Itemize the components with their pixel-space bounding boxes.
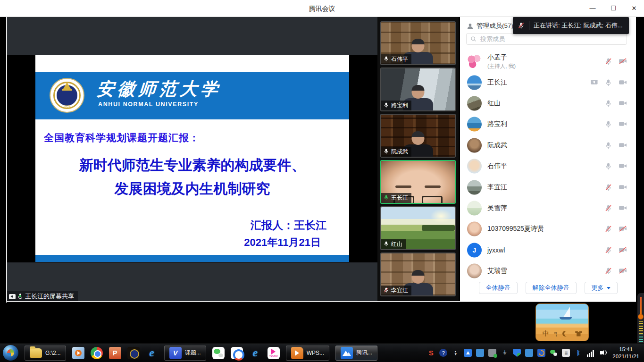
camera-icon[interactable] — [619, 162, 627, 170]
mic-icon[interactable] — [604, 100, 612, 107]
mic-icon[interactable] — [604, 79, 612, 86]
member-name-block: 小孟子(主持人, 我) — [487, 53, 516, 70]
taskbar-button-wpsblue[interactable]: V课题... — [164, 345, 206, 361]
ime-tools-icon[interactable]: °¦ — [554, 331, 556, 337]
mic-icon[interactable] — [604, 142, 612, 149]
camera-icon[interactable] — [619, 184, 627, 191]
video-tile[interactable]: 阮成武 — [380, 114, 456, 158]
ime-mode-label[interactable]: 中 — [543, 329, 549, 338]
camera-icon[interactable] — [619, 100, 627, 107]
mic-muted-icon[interactable] — [604, 184, 612, 191]
member-row[interactable]: 红山 — [460, 93, 636, 114]
video-thumbnail-column: 石伟平路宝利阮成武王长江红山李宜江 — [377, 17, 459, 301]
screen-share-icon[interactable] — [590, 79, 598, 86]
skin-icon[interactable] — [575, 331, 582, 337]
bluetooth-tray-icon[interactable]: ᛒ — [574, 349, 582, 357]
member-search-box[interactable] — [466, 33, 627, 45]
taskbar-button-meeting[interactable]: 腾讯... — [335, 345, 377, 361]
mic-muted-icon[interactable] — [604, 267, 612, 275]
powerpoint-icon[interactable]: P — [109, 347, 121, 359]
search-icon — [470, 36, 477, 42]
camera-muted-icon[interactable] — [619, 225, 627, 233]
mute-all-button[interactable]: 全体静音 — [479, 282, 518, 294]
video-name-label: 王长江 — [381, 193, 411, 203]
member-row[interactable]: Jjyxxwl — [460, 240, 636, 261]
video-tile[interactable]: 石伟平 — [380, 21, 456, 65]
mic-icon[interactable] — [604, 120, 612, 128]
unmute-all-button[interactable]: 解除全体静音 — [526, 282, 577, 294]
ime-status-widget[interactable]: 中 °¦ — [535, 303, 589, 341]
member-row[interactable]: 路宝利 — [460, 114, 636, 135]
mic-muted-icon[interactable] — [604, 58, 612, 65]
usb-safe-tray-icon[interactable] — [488, 349, 496, 357]
meeting-tray-icon[interactable] — [464, 349, 472, 357]
camera-icon[interactable] — [619, 204, 627, 212]
maximize-button[interactable]: ☐ — [609, 4, 618, 13]
baidu-netdisk-icon[interactable] — [231, 347, 243, 359]
internet-explorer-icon[interactable]: e — [146, 347, 158, 359]
camera-muted-icon[interactable] — [619, 246, 627, 254]
mic-muted-icon[interactable] — [604, 225, 612, 233]
close-button[interactable]: ✕ — [630, 4, 638, 13]
member-name: jyxxwl — [487, 246, 505, 254]
camera-icon[interactable] — [619, 142, 627, 149]
chrome-icon[interactable] — [91, 347, 103, 359]
camera-muted-icon[interactable] — [619, 58, 627, 65]
taskbar-button-folder[interactable]: G:\2... — [25, 345, 66, 361]
camera-icon[interactable] — [619, 79, 627, 86]
member-row[interactable]: 石伟平 — [460, 156, 636, 177]
clock-time: 15:41 — [612, 346, 639, 353]
slide-title-line2: 发展困境及内生机制研究 — [35, 179, 349, 199]
minimize-button[interactable]: — — [588, 4, 597, 13]
wechat-icon[interactable] — [212, 347, 225, 359]
tencent-meeting-icon — [341, 347, 353, 359]
power-tray-icon[interactable]: ⏚ — [501, 349, 509, 357]
member-row[interactable]: 1037099525夏诗贤 — [460, 219, 636, 239]
camera-muted-icon[interactable] — [619, 267, 627, 275]
show-hidden-icons[interactable]: ▪▾ — [452, 349, 460, 357]
taskbar-button-wpsorange[interactable]: WPS... — [286, 345, 329, 361]
member-row[interactable]: 艾瑞雪 — [460, 261, 636, 281]
screen-share-icon — [9, 294, 16, 299]
usb-drive-tray-icon[interactable] — [525, 349, 533, 357]
member-row[interactable]: 阮成武 — [460, 135, 636, 156]
more-button[interactable]: 更多 — [585, 282, 618, 294]
volume-tray-icon[interactable] — [599, 349, 607, 357]
list-tray-icon[interactable]: ≡ — [562, 349, 570, 357]
edge-slider-widget[interactable] — [637, 293, 644, 350]
help-tray-icon[interactable]: ? — [439, 349, 447, 357]
video-tile[interactable]: 李宜江 — [380, 253, 456, 296]
university-seal-logo: 1928 — [50, 78, 84, 113]
usb-tray-icon[interactable] — [476, 349, 484, 357]
member-row[interactable]: 王长江 — [460, 72, 636, 93]
member-row[interactable]: 吴雪萍 — [460, 198, 636, 219]
sogou-ime-tray-icon[interactable]: S — [427, 349, 435, 357]
video-tile[interactable]: 路宝利 — [380, 67, 456, 111]
university-app-icon[interactable] — [127, 347, 140, 359]
slider-knob-icon[interactable] — [638, 314, 644, 320]
start-button[interactable] — [3, 345, 18, 361]
university-name-cn: 安徽师范大学 — [96, 77, 222, 101]
mic-muted-icon[interactable] — [604, 246, 612, 254]
mic-muted-icon[interactable] — [604, 204, 612, 212]
media-player-icon[interactable] — [72, 347, 84, 359]
member-row[interactable]: 小孟子(主持人, 我) — [460, 51, 636, 72]
windows-logo-icon — [7, 349, 14, 356]
member-search-input[interactable] — [479, 35, 623, 43]
youku-icon[interactable]: YOUKU — [268, 347, 280, 359]
member-row[interactable]: 李宜江 — [460, 177, 636, 197]
taskbar-button-label: G:\2... — [45, 350, 61, 356]
video-tile[interactable]: 王长江 — [380, 160, 456, 204]
taskbar-clock[interactable]: 15:41 2021/11/21 — [611, 346, 644, 360]
uc-tray-icon[interactable] — [537, 349, 545, 357]
video-tile[interactable]: 红山 — [380, 206, 456, 250]
camera-icon[interactable] — [619, 120, 627, 128]
mic-icon[interactable] — [604, 162, 612, 170]
moon-icon[interactable] — [564, 331, 570, 337]
avatar — [467, 180, 482, 194]
internet-explorer-icon[interactable]: e — [249, 347, 261, 359]
network-signal-tray-icon[interactable] — [586, 349, 594, 357]
member-panel-title: 管理成员(57) — [477, 22, 513, 30]
security-shield-tray-icon[interactable] — [513, 349, 521, 357]
wechat-tray-icon[interactable] — [550, 349, 558, 357]
